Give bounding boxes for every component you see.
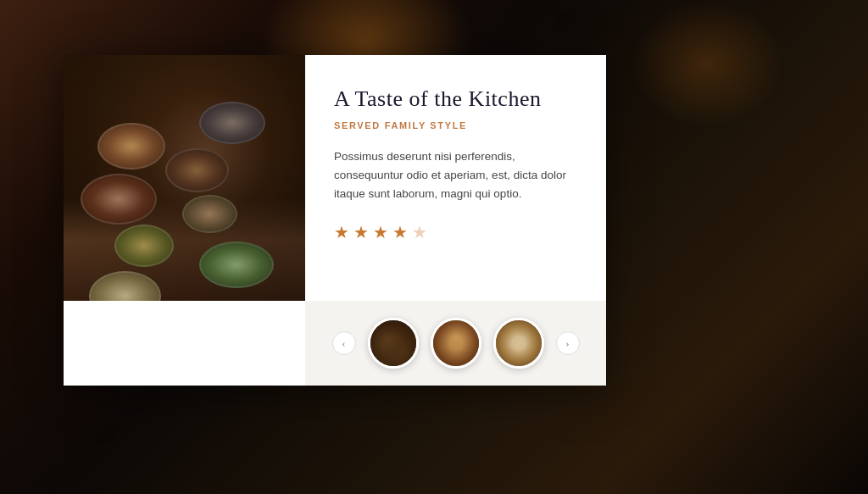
food-bowl-3 <box>114 225 174 267</box>
food-bowl-6 <box>182 195 237 233</box>
star-3: ★ <box>373 222 388 242</box>
thumbnail-strip: ‹ › <box>305 301 606 386</box>
star-4: ★ <box>392 222 408 242</box>
thumbnail-1[interactable] <box>368 318 419 369</box>
card-subtitle: SERVED FAMILY STYLE <box>334 120 577 130</box>
next-button[interactable]: › <box>556 331 580 355</box>
feature-card: A Taste of the Kitchen SERVED FAMILY STY… <box>64 55 606 386</box>
star-2: ★ <box>353 222 369 242</box>
card-image <box>64 55 305 301</box>
food-bowl-2 <box>81 174 157 225</box>
card-description: Possimus deserunt nisi perferendis, cons… <box>334 147 577 204</box>
star-5: ★ <box>412 222 427 242</box>
prev-button[interactable]: ‹ <box>332 331 356 355</box>
food-bowl-7 <box>199 241 274 288</box>
thumbnail-3[interactable] <box>493 318 544 369</box>
food-bowl-1 <box>97 123 165 169</box>
star-rating: ★ ★ ★ ★ ★ <box>334 222 577 242</box>
food-bowl-5 <box>165 148 229 192</box>
star-1: ★ <box>334 222 349 242</box>
food-bowl-9 <box>199 102 265 144</box>
thumbnail-2[interactable] <box>431 318 481 369</box>
card-title: A Taste of the Kitchen <box>334 86 577 114</box>
card-content: A Taste of the Kitchen SERVED FAMILY STY… <box>305 55 606 301</box>
food-bowl-4 <box>89 271 161 301</box>
card-inner: A Taste of the Kitchen SERVED FAMILY STY… <box>64 55 606 301</box>
